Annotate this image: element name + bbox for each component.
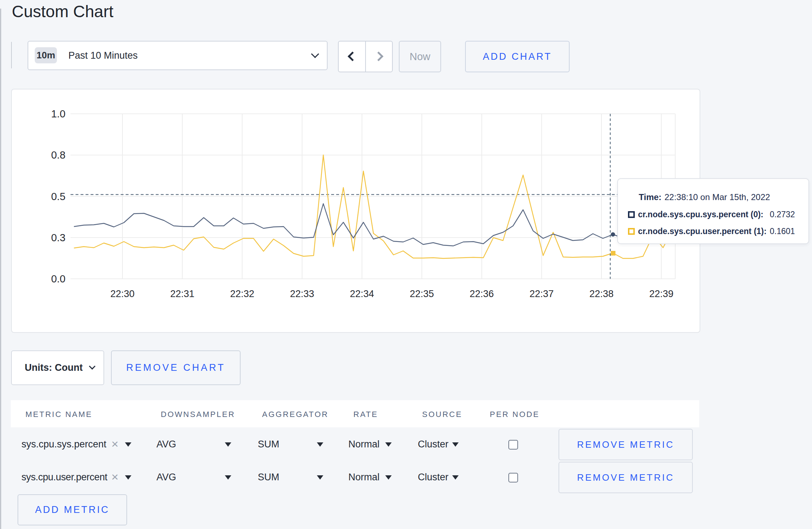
svg-text:22:30: 22:30 [110,288,135,299]
svg-text:0.8: 0.8 [51,149,66,161]
svg-text:0.3: 0.3 [51,232,66,243]
svg-text:22:32: 22:32 [230,288,255,299]
svg-text:22:36: 22:36 [470,288,494,299]
svg-text:22:34: 22:34 [350,288,374,299]
svg-text:22:31: 22:31 [170,288,194,299]
svg-text:22:35: 22:35 [410,288,434,299]
svg-text:0.5: 0.5 [51,191,66,202]
svg-text:22:37: 22:37 [530,288,554,299]
svg-text:1.0: 1.0 [51,108,66,120]
svg-text:22:39: 22:39 [649,288,673,299]
svg-text:22:38: 22:38 [589,288,614,299]
svg-text:22:33: 22:33 [290,288,314,299]
svg-text:0.0: 0.0 [51,273,66,285]
